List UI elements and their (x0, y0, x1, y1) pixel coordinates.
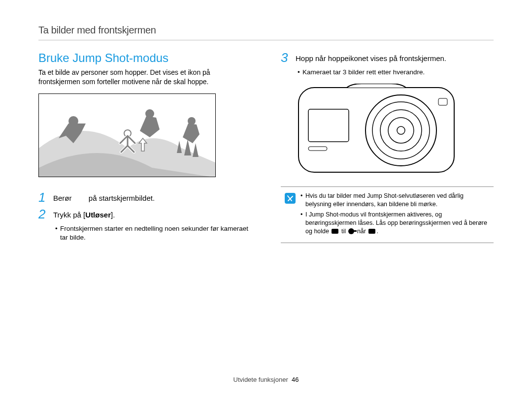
breadcrumb: Ta bilder med frontskjermen (38, 25, 494, 36)
screen-glyph-icon (368, 229, 375, 234)
note-item-2: I Jump Shot-modus vil frontskjermen akti… (300, 211, 490, 236)
header-rule (38, 40, 494, 40)
intro-text: Ta et bilde av personer som hopper. Det … (38, 68, 251, 87)
step-3: 3 Hopp når hoppeikonet vises på frontskj… (281, 51, 494, 64)
step-2-sub: Frontskjermen starter en nedtelling noen… (38, 224, 251, 242)
step-3-sub-item: Kameraet tar 3 bilder rett etter hverand… (298, 68, 494, 77)
step-number: 3 (281, 51, 291, 64)
note-2-c: når (355, 228, 367, 235)
footer-section: Utvidete funksjoner (233, 376, 288, 383)
step-2-before: Trykk på [ (53, 211, 85, 219)
note-box: Hvis du tar bilder med Jump Shot-selvutl… (281, 186, 494, 243)
step-1-before: Berør (53, 194, 72, 202)
note-2-b: til (339, 228, 347, 235)
step-number: 1 (38, 191, 48, 204)
svg-rect-8 (308, 147, 327, 151)
note-2-d: . (376, 228, 378, 235)
step-2-bold: Utløser (85, 211, 111, 219)
step-2: 2 Trykk på [Utløser]. (38, 208, 251, 220)
svg-point-13 (397, 126, 405, 134)
jump-shot-illustration (38, 93, 216, 177)
page-footer: Utvidete funksjoner 46 (0, 376, 532, 383)
step-2-after: ]. (111, 211, 115, 219)
screen-glyph-icon (332, 229, 338, 234)
key-glyph-icon (348, 228, 354, 234)
right-column: 3 Hopp når hoppeikonet vises på frontskj… (281, 51, 494, 249)
step-3-sub: Kameraet tar 3 bilder rett etter hverand… (281, 68, 494, 77)
left-column: Bruke Jump Shot-modus Ta et bilde av per… (38, 51, 251, 249)
step-number: 2 (38, 208, 48, 220)
step-2-sub-item: Frontskjermen starter en nedtelling noen… (55, 224, 251, 242)
section-title: Bruke Jump Shot-modus (38, 51, 251, 65)
note-item-1: Hvis du tar bilder med Jump Shot-selvutl… (300, 192, 490, 209)
svg-rect-7 (308, 109, 349, 142)
footer-page-number: 46 (292, 376, 299, 383)
step-1: 1 Berør på startskjermbildet. (38, 191, 251, 204)
camera-illustration (298, 84, 455, 175)
step-1-after: på startskjermbildet. (89, 194, 155, 202)
svg-rect-14 (438, 98, 447, 105)
step-3-text: Hopp når hoppeikonet vises på frontskjer… (296, 51, 446, 64)
note-icon (285, 193, 296, 204)
